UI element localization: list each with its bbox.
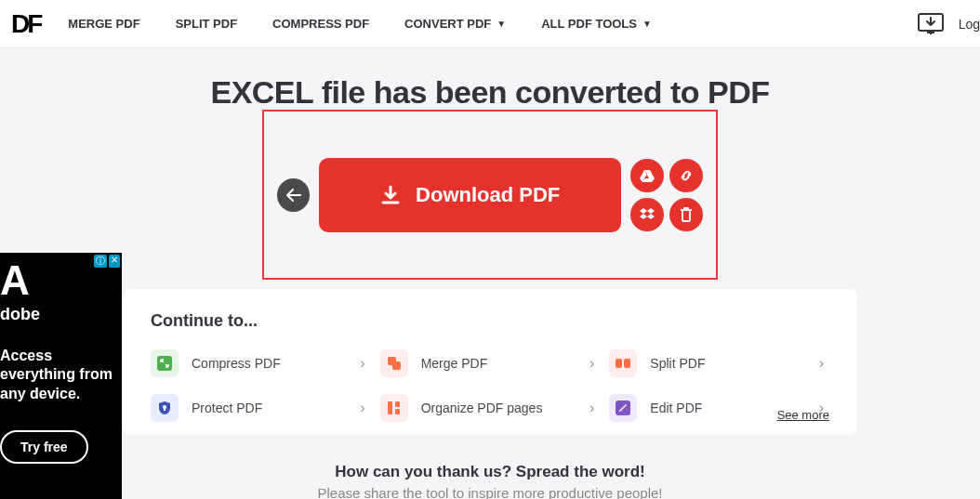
chevron-right-icon: › bbox=[819, 355, 824, 372]
svg-rect-3 bbox=[392, 361, 401, 370]
tool-label: Split PDF bbox=[650, 356, 705, 371]
ad-tagline-2: everything from bbox=[0, 365, 122, 385]
tool-organize[interactable]: Organize PDF pages › bbox=[380, 394, 601, 422]
svg-rect-9 bbox=[395, 401, 400, 407]
download-icon bbox=[380, 185, 401, 205]
tool-compress[interactable]: Compress PDF › bbox=[151, 349, 371, 377]
ad-tagline: Access everything from any device. bbox=[0, 347, 122, 404]
svg-rect-1 bbox=[157, 356, 172, 371]
cloud-actions bbox=[630, 159, 703, 231]
ad-close-icon[interactable]: ✕ bbox=[109, 255, 120, 268]
download-button[interactable]: Download PDF bbox=[319, 158, 621, 232]
download-label: Download PDF bbox=[416, 183, 560, 207]
organize-icon bbox=[380, 394, 408, 422]
header-right: Log bbox=[916, 0, 980, 48]
top-nav: DF MERGE PDF SPLIT PDF COMPRESS PDF CONV… bbox=[0, 0, 980, 48]
chevron-right-icon: › bbox=[589, 355, 594, 372]
share-section: How can you thank us? Spread the word! P… bbox=[0, 463, 980, 499]
svg-rect-10 bbox=[395, 409, 400, 414]
svg-rect-8 bbox=[388, 401, 392, 414]
google-drive-icon bbox=[640, 169, 655, 182]
download-area: Download PDF bbox=[262, 110, 718, 280]
continue-heading: Continue to... bbox=[151, 311, 829, 331]
nav-merge[interactable]: MERGE PDF bbox=[68, 17, 139, 31]
caret-down-icon: ▼ bbox=[497, 19, 506, 29]
share-link-button[interactable] bbox=[669, 159, 703, 192]
edit-icon bbox=[609, 394, 637, 422]
tool-label: Protect PDF bbox=[192, 401, 262, 415]
link-icon bbox=[679, 168, 694, 183]
delete-button[interactable] bbox=[669, 198, 703, 231]
tools-grid: Compress PDF › Merge PDF › Split PDF › bbox=[151, 349, 829, 422]
nav-split[interactable]: SPLIT PDF bbox=[176, 17, 237, 31]
share-title: How can you thank us? Spread the word! bbox=[0, 463, 980, 481]
google-drive-button[interactable] bbox=[630, 159, 664, 192]
tool-label: Edit PDF bbox=[650, 401, 702, 415]
tool-merge[interactable]: Merge PDF › bbox=[380, 349, 601, 377]
logo[interactable]: DF bbox=[11, 9, 40, 39]
main-area: EXCEL file has been converted to PDF Dow… bbox=[0, 48, 980, 499]
merge-icon bbox=[380, 349, 408, 377]
dropbox-icon bbox=[640, 208, 655, 221]
dropbox-button[interactable] bbox=[630, 198, 664, 231]
share-subtitle: Please share the tool to inspire more pr… bbox=[0, 485, 980, 499]
nav-all-label: ALL PDF TOOLS bbox=[541, 17, 637, 31]
ad-badge[interactable]: ⓘ✕ bbox=[94, 255, 120, 268]
nav-convert-label: CONVERT PDF bbox=[404, 17, 491, 31]
chevron-right-icon: › bbox=[360, 355, 364, 372]
caret-down-icon: ▼ bbox=[642, 19, 652, 29]
tool-split[interactable]: Split PDF › bbox=[609, 349, 829, 377]
split-icon bbox=[609, 349, 637, 377]
chevron-right-icon: › bbox=[589, 400, 594, 416]
ad-cta-button[interactable]: Try free bbox=[0, 430, 88, 464]
ad-tagline-3: any device. bbox=[0, 385, 122, 404]
tool-label: Merge PDF bbox=[421, 356, 488, 371]
tool-label: Organize PDF pages bbox=[421, 401, 543, 415]
download-desktop-icon[interactable] bbox=[916, 11, 946, 37]
compress-icon bbox=[151, 349, 179, 377]
tool-label: Compress PDF bbox=[192, 356, 281, 371]
nav-convert[interactable]: CONVERT PDF ▼ bbox=[404, 17, 506, 31]
trash-icon bbox=[680, 207, 693, 222]
chevron-right-icon: › bbox=[360, 400, 364, 416]
page-title: EXCEL file has been converted to PDF bbox=[0, 74, 980, 111]
nav-links: MERGE PDF SPLIT PDF COMPRESS PDF CONVERT… bbox=[68, 17, 652, 31]
back-button[interactable] bbox=[277, 178, 310, 212]
ad-brand: dobe bbox=[0, 305, 122, 324]
ad-tagline-1: Access bbox=[0, 347, 122, 366]
svg-rect-4 bbox=[616, 359, 622, 368]
svg-rect-7 bbox=[164, 408, 166, 411]
arrow-left-icon bbox=[286, 189, 301, 202]
tool-protect[interactable]: Protect PDF › bbox=[151, 394, 371, 422]
login-link[interactable]: Log bbox=[959, 17, 980, 32]
svg-rect-5 bbox=[624, 359, 630, 368]
nav-all-tools[interactable]: ALL PDF TOOLS ▼ bbox=[541, 17, 652, 31]
sidebar-ad[interactable]: ⓘ✕ A dobe Access everything from any dev… bbox=[0, 253, 122, 499]
continue-card: Continue to... Compress PDF › Merge PDF … bbox=[123, 289, 857, 435]
ad-info-icon[interactable]: ⓘ bbox=[94, 255, 107, 268]
nav-compress[interactable]: COMPRESS PDF bbox=[272, 17, 369, 31]
see-more-link[interactable]: See more bbox=[777, 408, 829, 422]
protect-icon bbox=[151, 394, 179, 422]
